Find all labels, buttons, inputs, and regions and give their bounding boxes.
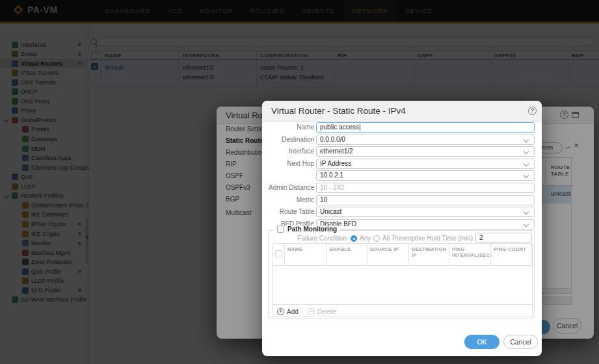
static-route-modal-title: Virtual Router - Static Route - IPv4: [271, 106, 406, 116]
path-monitoring-table-footer: + Add − Delete: [273, 304, 532, 318]
radio-label-any: Any: [360, 235, 371, 242]
column-separator: [531, 244, 532, 265]
field-value: ethernet1/2: [320, 148, 353, 155]
interface-select[interactable]: ethernet1/2: [316, 146, 535, 157]
chevron-down-icon: [524, 149, 529, 154]
admin-distance-input[interactable]: 10 - 240: [316, 183, 535, 193]
pm-column-header-name: NAME: [284, 244, 326, 265]
minus-circle-icon: −: [308, 308, 315, 315]
pm-column-header-ping-count: PING COUNT: [490, 244, 531, 265]
path-monitoring-label: Path Monitoring: [287, 226, 337, 233]
plus-circle-icon: +: [277, 308, 284, 315]
field-label: Destination: [262, 135, 314, 145]
field-value: 10 - 240: [320, 184, 344, 191]
chevron-down-icon: [524, 209, 529, 214]
path-monitoring-legend: Path Monitoring: [274, 226, 340, 233]
field-value: public access: [320, 124, 359, 131]
chevron-down-icon: [524, 173, 529, 178]
next-hop-address-select[interactable]: 10.0.2.1: [316, 170, 535, 181]
field-value: 0.0.0.0/0: [320, 136, 345, 143]
destination-select[interactable]: 0.0.0.0/0: [316, 135, 535, 145]
radio-all[interactable]: [373, 235, 380, 242]
pm-column-header-enable: ENABLE: [326, 244, 367, 265]
chevron-down-icon: [524, 136, 529, 142]
field-label: Name: [262, 122, 314, 133]
field-value: IP Address: [320, 160, 351, 167]
radio-label-all: All: [382, 235, 390, 242]
path-monitoring-fieldset: Path Monitoring Failure Condition AnyAll…: [268, 230, 535, 318]
column-separator: [326, 244, 327, 265]
pm-column-header-source-ip: SOURCE IP: [367, 244, 408, 265]
column-separator: [490, 244, 491, 265]
next-hop-select[interactable]: IP Address: [316, 159, 535, 169]
field-label: Metric: [262, 195, 314, 205]
failure-condition-label: Failure Condition: [269, 235, 347, 242]
hold-time-input[interactable]: 2: [475, 233, 532, 242]
bfd-profile-select[interactable]: Disable BFD: [316, 219, 535, 229]
field-value: Unicast: [320, 208, 341, 215]
pm-column-header-ping-interval-sec-: PING INTERVAL(SEC): [449, 244, 490, 265]
field-label: Admin Distance: [262, 183, 314, 193]
name-input[interactable]: public access: [316, 122, 535, 133]
pm-select-all-checkbox[interactable]: [275, 250, 282, 257]
add-button[interactable]: + Add: [277, 308, 299, 315]
column-separator: [408, 244, 409, 265]
field-value: 10.0.2.1: [320, 172, 343, 179]
column-separator: [367, 244, 367, 265]
field-value: 10: [320, 196, 327, 203]
radio-any[interactable]: [351, 235, 357, 242]
column-separator: [284, 244, 285, 265]
hold-time-label: Preemptive Hold Time (min): [390, 235, 473, 242]
ok-button[interactable]: OK: [464, 335, 499, 349]
metric-input[interactable]: 10: [316, 195, 535, 205]
chevron-down-icon: [524, 161, 529, 166]
field-label: Route Table: [262, 207, 314, 217]
field-label: Next Hop: [262, 159, 314, 169]
path-monitoring-checkbox[interactable]: [277, 226, 284, 233]
help-icon[interactable]: ?: [528, 107, 537, 115]
route-table-select[interactable]: Unicast: [316, 207, 535, 217]
pm-column-header-destination-ip: DESTINATION IP: [408, 244, 449, 265]
column-separator: [449, 244, 449, 265]
static-route-modal: Virtual Router - Static Route - IPv4 ? N…: [262, 101, 542, 356]
delete-button[interactable]: − Delete: [308, 308, 336, 315]
text-caret: [360, 124, 360, 131]
chevron-down-icon: [524, 222, 529, 227]
cancel-button[interactable]: Cancel: [503, 335, 538, 349]
field-label: Interface: [262, 146, 314, 157]
path-monitoring-table: + Add − Delete NAMEENABLESOURCE IPDESTIN…: [273, 243, 533, 317]
